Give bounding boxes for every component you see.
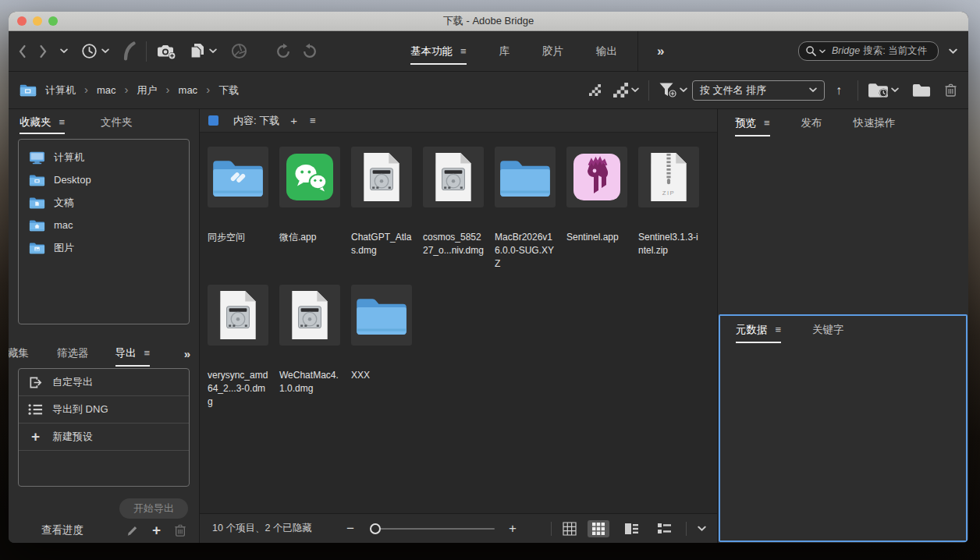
zoom-in-button[interactable]: +: [509, 521, 517, 537]
file-item[interactable]: cosmos_585227_o...niv.dmg: [423, 147, 484, 271]
details-view-button[interactable]: [620, 520, 642, 537]
list-view-button[interactable]: [653, 520, 675, 537]
close-window-button[interactable]: [17, 16, 27, 26]
refine-aperture-icon[interactable]: [230, 42, 248, 60]
recent-folder-icon[interactable]: [868, 82, 889, 98]
search-placeholder-brand: Bridge: [832, 45, 860, 56]
file-item[interactable]: ChatGPT_Atlas.dmg: [351, 147, 412, 271]
start-export-button[interactable]: 开始导出: [119, 498, 188, 519]
wechat-app-icon: [279, 147, 340, 207]
nav-dropdown-icon[interactable]: [60, 48, 68, 54]
view-progress-button[interactable]: 查看进度: [41, 523, 83, 537]
recent-dropdown-icon[interactable]: [891, 87, 899, 93]
tab-filmstrip[interactable]: 胶片: [542, 44, 563, 58]
tab-libraries[interactable]: 库: [499, 44, 510, 58]
file-item[interactable]: WeChatMac4.1.0.dmg: [279, 285, 340, 409]
file-item[interactable]: verysync_amd64_2...3-0.dmg: [208, 285, 268, 409]
tab-quick-actions[interactable]: 快速操作: [854, 116, 896, 130]
workspace-overflow-button[interactable]: »: [657, 44, 663, 59]
favorite-item-pictures[interactable]: 图片: [19, 236, 189, 259]
back-button[interactable]: [18, 44, 27, 58]
tab-output[interactable]: 输出: [596, 44, 617, 58]
minimize-window-button[interactable]: [33, 16, 42, 26]
delete-trash-button[interactable]: [944, 83, 957, 97]
recent-history-icon[interactable]: [80, 42, 98, 60]
file-item[interactable]: 同步空间: [208, 147, 268, 271]
file-item[interactable]: 微信.app: [279, 147, 340, 271]
dmg-file-icon: [351, 147, 412, 207]
filter-icon[interactable]: [659, 81, 677, 99]
app-toolbar: 基本功能≡ 库 胶片 输出 » Bridge搜索: 当前文件: [9, 31, 968, 72]
new-preset-item[interactable]: + 新建预设: [19, 424, 189, 451]
thumbnail-quality-large-icon[interactable]: [613, 83, 628, 97]
custom-export-item[interactable]: 自定导出: [19, 369, 189, 396]
breadcrumb-item[interactable]: 下载: [218, 83, 239, 97]
edit-pencil-icon[interactable]: [126, 524, 139, 537]
get-photos-camera-button[interactable]: [156, 43, 176, 60]
delete-preset-trash-icon[interactable]: [174, 523, 186, 537]
pictures-folder-icon: [29, 242, 45, 254]
grid-lock-view-button[interactable]: [563, 522, 577, 536]
favorite-item-home[interactable]: mac: [19, 214, 189, 236]
titlebar[interactable]: 下载 - Adobe Bridge: [9, 12, 968, 31]
thumbnail-view-button[interactable]: [588, 520, 609, 537]
favorite-item-desktop[interactable]: Desktop: [19, 168, 189, 191]
pages-dropdown-icon[interactable]: [209, 48, 217, 54]
panel-menu-icon: ≡: [764, 117, 770, 129]
quality-dropdown-icon[interactable]: [631, 87, 639, 93]
boomerang-icon[interactable]: [122, 41, 137, 61]
content-header: 内容: 下载 + ≡: [200, 109, 717, 133]
tab-collections[interactable]: 收藏集: [9, 346, 29, 360]
breadcrumb-item[interactable]: mac: [97, 84, 116, 96]
export-to-dng-item[interactable]: 导出到 DNG: [19, 396, 189, 424]
file-item[interactable]: XXX: [351, 285, 412, 409]
history-dropdown-icon[interactable]: [101, 48, 109, 54]
tab-folders[interactable]: 文件夹: [101, 115, 133, 129]
tab-favorites[interactable]: 收藏夹≡: [20, 115, 65, 129]
tab-publish[interactable]: 发布: [801, 116, 822, 130]
breadcrumb-item[interactable]: 计算机: [45, 83, 76, 97]
breadcrumb-item[interactable]: 用户: [137, 83, 158, 97]
breadcrumb-item[interactable]: mac: [179, 84, 198, 96]
documents-folder-icon: [29, 197, 45, 209]
new-tab-plus-icon[interactable]: +: [290, 114, 297, 127]
content-menu-icon[interactable]: ≡: [310, 115, 316, 126]
tab-essentials[interactable]: 基本功能≡: [410, 44, 467, 58]
traffic-lights: [17, 12, 58, 30]
zoom-window-button[interactable]: [48, 16, 58, 26]
favorite-item-documents[interactable]: 文稿: [19, 191, 189, 214]
file-item[interactable]: Sentinel.app: [566, 147, 627, 271]
sort-dropdown[interactable]: 按 文件名 排序: [692, 80, 825, 101]
search-options-chevron-icon[interactable]: [949, 48, 957, 55]
file-item[interactable]: MacBr2026v16.0.0-SUG.XYZ: [495, 147, 556, 271]
forward-button[interactable]: [39, 44, 48, 58]
tab-metadata[interactable]: 元数据≡: [736, 323, 781, 337]
slider-knob[interactable]: [370, 523, 381, 534]
thumbnail-size-slider: − +: [346, 521, 517, 537]
favorite-item-computer[interactable]: 计算机: [19, 146, 189, 168]
item-count-status: 10 个项目、2 个已隐藏: [212, 522, 312, 535]
export-panel-tabs: 收藏集 筛选器 导出≡ »: [9, 342, 199, 365]
new-folder-button[interactable]: [912, 83, 931, 97]
computer-icon: [29, 151, 45, 165]
zoom-out-button[interactable]: −: [346, 521, 354, 537]
batch-rename-pages-button[interactable]: [188, 42, 206, 60]
filter-dropdown-icon[interactable]: [680, 87, 687, 93]
tab-export[interactable]: 导出≡: [115, 346, 151, 360]
redo-icon[interactable]: [301, 43, 318, 59]
metadata-panel: 元数据≡ 关键字: [719, 314, 968, 542]
search-input[interactable]: Bridge搜索: 当前文件: [798, 41, 939, 61]
panel-overflow-button[interactable]: »: [184, 347, 190, 360]
file-item[interactable]: Sentinel3.1.3-intel.zip: [638, 147, 699, 271]
thumbnail-quality-icon[interactable]: [589, 84, 601, 96]
tab-preview[interactable]: 预览≡: [735, 116, 770, 130]
slider-track[interactable]: [370, 523, 495, 534]
view-options-chevron-icon[interactable]: [698, 526, 706, 532]
add-preset-button[interactable]: +: [152, 522, 161, 539]
content-panel-icon: [208, 115, 218, 126]
undo-icon[interactable]: [275, 43, 292, 59]
sort-ascending-button[interactable]: ↑: [836, 83, 842, 97]
tab-filter[interactable]: 筛选器: [57, 346, 89, 360]
right-panel: 预览≡ 发布 快速操作 元数据≡ 关键字: [717, 109, 968, 543]
tab-keywords[interactable]: 关键字: [812, 323, 844, 337]
